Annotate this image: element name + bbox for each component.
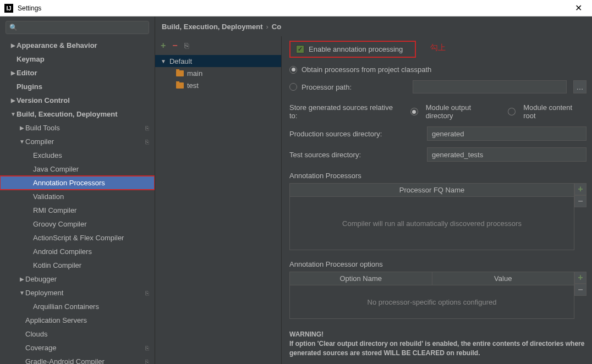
- ap-table: Processor FQ Name Compiler will run all …: [289, 183, 574, 250]
- module-content-radio[interactable]: [508, 108, 516, 115]
- obtain-classpath-row: Obtain processors from project classpath: [289, 65, 586, 74]
- profile-module-test[interactable]: test: [155, 79, 281, 91]
- tree-item-arquillian-containers[interactable]: Arquillian Containers: [0, 300, 155, 313]
- enable-annotation-processing-label: Enable annotation processing: [309, 45, 403, 53]
- tree-item-plugins[interactable]: Plugins: [0, 80, 155, 93]
- tree-item-rmi-compiler[interactable]: RMI Compiler: [0, 203, 155, 217]
- copy-icon: ⎘: [145, 125, 149, 131]
- tree-item-actionscript-flex-compiler[interactable]: ActionScript & Flex Compiler: [0, 231, 155, 245]
- tree-item-coverage[interactable]: Coverage⎘: [0, 341, 155, 355]
- module-content-label: Module content root: [523, 103, 586, 120]
- test-dir-row: Test sources directory: generated_tests: [289, 147, 586, 162]
- tree-item-kotlin-compiler[interactable]: Kotlin Compiler: [0, 258, 155, 272]
- chevron-down-icon: ▼: [161, 58, 166, 64]
- window-title: Settings: [18, 4, 569, 12]
- store-sources-row: Store generated sources relative to: Mod…: [289, 103, 586, 120]
- tree-item-appearance-behavior[interactable]: ▶Appearance & Behavior: [0, 38, 155, 52]
- app-icon: IJ: [4, 4, 13, 13]
- profile-panel: + − ⎘ ▼ Default main test: [155, 16, 282, 364]
- sidebar: 🔍 ▶Appearance & BehaviorKeymap▶EditorPlu…: [0, 16, 155, 364]
- tree-item-label: Build Tools: [25, 124, 60, 132]
- profile-tree[interactable]: ▼ Default main test: [155, 55, 281, 91]
- prod-dir-field[interactable]: generated: [427, 126, 586, 141]
- arrow-icon: ▼: [19, 139, 25, 145]
- tree-item-version-control[interactable]: ▶Version Control: [0, 93, 155, 107]
- tree-item-clouds[interactable]: Clouds: [0, 327, 155, 341]
- main-panel: ✓ Enable annotation processing 勾上 Obtain…: [282, 16, 592, 364]
- close-button[interactable]: ✕: [569, 3, 588, 13]
- add-profile-button[interactable]: +: [161, 41, 166, 51]
- copy-icon: ⎘: [145, 139, 149, 145]
- tree-item-label: Validation: [33, 192, 64, 201]
- profile-default-label: Default: [169, 57, 192, 65]
- copy-icon: ⎘: [145, 290, 149, 296]
- arrow-icon: ▼: [19, 290, 25, 296]
- enable-annotation-processing-checkbox[interactable]: ✓: [296, 45, 304, 53]
- module-output-radio[interactable]: [410, 108, 418, 115]
- ap-remove-button[interactable]: −: [574, 195, 586, 207]
- arrow-icon: ▶: [10, 42, 17, 48]
- processor-path-field[interactable]: [413, 80, 567, 93]
- tree-item-groovy-compiler[interactable]: Groovy Compiler: [0, 217, 155, 231]
- copy-icon: ⎘: [145, 359, 149, 365]
- apo-add-button[interactable]: +: [574, 272, 586, 284]
- apo-section-title: Annotation Processor options: [289, 260, 586, 268]
- copy-profile-button[interactable]: ⎘: [184, 41, 189, 50]
- search-input[interactable]: [20, 24, 145, 31]
- ap-add-button[interactable]: +: [574, 183, 586, 195]
- browse-button[interactable]: …: [573, 80, 586, 93]
- module-output-label: Module output directory: [426, 103, 501, 120]
- tree-item-build-execution-deployment[interactable]: ▼Build, Execution, Deployment: [0, 107, 155, 121]
- processor-path-radio[interactable]: [289, 83, 297, 91]
- search-box[interactable]: 🔍: [6, 21, 149, 34]
- ap-table-body: Compiler will run all automatically disc…: [290, 197, 574, 250]
- tree-item-android-compilers[interactable]: Android Compilers: [0, 245, 155, 258]
- arrow-icon: ▶: [19, 125, 25, 131]
- tree-item-label: Kotlin Compiler: [33, 261, 81, 269]
- tree-item-label: Build, Execution, Deployment: [17, 110, 117, 118]
- obtain-classpath-radio[interactable]: [289, 66, 297, 74]
- tree-item-keymap[interactable]: Keymap: [0, 52, 155, 66]
- test-dir-field[interactable]: generated_tests: [427, 147, 586, 162]
- tree-item-compiler[interactable]: ▼Compiler⎘: [0, 135, 155, 148]
- tree-item-label: Groovy Compiler: [33, 220, 87, 228]
- tree-item-build-tools[interactable]: ▶Build Tools⎘: [0, 121, 155, 135]
- tree-item-application-servers[interactable]: Application Servers: [0, 313, 155, 327]
- tree-item-label: Coverage: [25, 344, 56, 352]
- tree-item-label: Appearance & Behavior: [17, 41, 97, 49]
- search-icon: 🔍: [9, 24, 18, 31]
- profile-default[interactable]: ▼ Default: [155, 55, 281, 67]
- tree-item-annotation-processors[interactable]: Annotation Processors: [0, 176, 155, 190]
- ap-table-header: Processor FQ Name: [290, 184, 574, 197]
- apo-remove-button[interactable]: −: [574, 284, 586, 296]
- apo-side-buttons: + −: [574, 272, 586, 319]
- ap-section-title: Annotation Processors: [289, 172, 586, 180]
- tree-item-label: Android Compilers: [33, 247, 92, 256]
- breadcrumb-main: Build, Execution, Deployment: [162, 23, 262, 31]
- prod-dir-row: Production sources directory: generated: [289, 126, 586, 141]
- tree-item-label: Excludes: [33, 151, 62, 159]
- remove-profile-button[interactable]: −: [172, 41, 177, 51]
- tree-item-deployment[interactable]: ▼Deployment⎘: [0, 286, 155, 300]
- tree-item-label: Gradle-Android Compiler: [25, 357, 105, 364]
- warning-title: WARNING!: [289, 330, 586, 339]
- tree-item-excludes[interactable]: Excludes: [0, 148, 155, 162]
- tree-item-label: Keymap: [17, 55, 45, 63]
- tree-item-label: Debugger: [25, 275, 57, 283]
- tree-item-label: RMI Compiler: [33, 206, 76, 214]
- ap-table-wrap: Processor FQ Name Compiler will run all …: [289, 183, 586, 250]
- tree-item-java-compiler[interactable]: Java Compiler: [0, 162, 155, 176]
- apo-col-name: Option Name: [290, 272, 432, 285]
- settings-tree[interactable]: ▶Appearance & BehaviorKeymap▶EditorPlugi…: [0, 38, 155, 364]
- tree-item-validation[interactable]: Validation: [0, 190, 155, 203]
- prod-dir-label: Production sources directory:: [289, 130, 427, 138]
- profile-module-main[interactable]: main: [155, 67, 281, 79]
- profile-test-label: test: [187, 81, 199, 90]
- folder-icon: [176, 70, 184, 76]
- chevron-right-icon: ›: [266, 23, 268, 31]
- tree-item-editor[interactable]: ▶Editor: [0, 66, 155, 80]
- tree-item-gradle-android-compiler[interactable]: Gradle-Android Compiler⎘: [0, 355, 155, 364]
- processor-path-label: Processor path:: [302, 83, 352, 91]
- tree-item-label: Compiler: [25, 137, 54, 146]
- tree-item-debugger[interactable]: ▶Debugger: [0, 272, 155, 286]
